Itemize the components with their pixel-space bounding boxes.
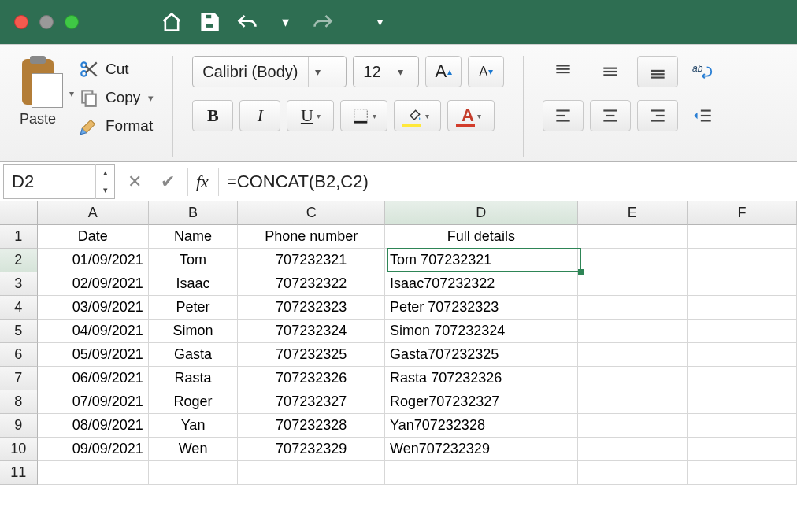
cell[interactable]: [578, 343, 688, 367]
cell[interactable]: Rasta: [149, 367, 238, 390]
cell[interactable]: Gasta707232325: [385, 343, 578, 367]
copy-dropdown[interactable]: ▾: [148, 92, 154, 104]
cell[interactable]: [578, 272, 688, 296]
cell[interactable]: Yan707232328: [385, 414, 578, 438]
undo-button[interactable]: [232, 8, 263, 36]
decrease-indent-button[interactable]: [684, 100, 721, 131]
cell[interactable]: 08/09/2021: [38, 414, 149, 438]
wrap-text-button[interactable]: ab: [684, 56, 721, 87]
cell[interactable]: 707232327: [238, 390, 385, 414]
cell[interactable]: [688, 249, 797, 272]
cell[interactable]: Rasta 707232326: [385, 367, 578, 390]
format-painter-button[interactable]: Format: [79, 116, 154, 136]
cell[interactable]: 07/09/2021: [38, 390, 149, 414]
cell[interactable]: Name: [149, 225, 238, 249]
cell[interactable]: 707232321: [238, 249, 385, 272]
row-header[interactable]: 8: [0, 390, 38, 414]
italic-button[interactable]: I: [239, 100, 280, 131]
customize-toolbar-dropdown[interactable]: ▾: [364, 8, 395, 36]
cell[interactable]: [578, 461, 688, 485]
select-all-corner[interactable]: [0, 201, 38, 225]
cell[interactable]: 09/09/2021: [38, 438, 149, 461]
fill-handle[interactable]: [578, 269, 584, 275]
cell[interactable]: [578, 438, 688, 461]
align-center-button[interactable]: [590, 100, 631, 131]
row-header[interactable]: 11: [0, 461, 38, 485]
cell[interactable]: [688, 461, 797, 485]
cell[interactable]: Tom 707232321: [385, 249, 578, 272]
font-size-dropdown[interactable]: ▾: [391, 57, 410, 87]
align-left-button[interactable]: [543, 100, 584, 131]
col-header-F[interactable]: F: [688, 201, 797, 225]
paste-dropdown[interactable]: ▾: [69, 88, 74, 99]
cell[interactable]: [238, 461, 385, 485]
cell[interactable]: 707232329: [238, 438, 385, 461]
cell[interactable]: Roger707232327: [385, 390, 578, 414]
align-top-button[interactable]: [543, 56, 584, 87]
cell[interactable]: 707232322: [238, 272, 385, 296]
cell[interactable]: Gasta: [149, 343, 238, 367]
cell[interactable]: [578, 296, 688, 320]
row-header[interactable]: 2: [0, 249, 38, 272]
cell[interactable]: [688, 414, 797, 438]
row-header[interactable]: 9: [0, 414, 38, 438]
cell[interactable]: 02/09/2021: [38, 272, 149, 296]
cell[interactable]: Full details: [385, 225, 578, 249]
borders-dropdown[interactable]: ▾: [373, 112, 376, 120]
row-header[interactable]: 7: [0, 367, 38, 390]
cell[interactable]: 06/09/2021: [38, 367, 149, 390]
save-icon[interactable]: [194, 8, 225, 36]
zoom-window-button[interactable]: [65, 15, 79, 29]
increase-font-button[interactable]: A▴: [425, 56, 462, 87]
name-box-spinner[interactable]: ▴▾: [95, 164, 114, 199]
cell[interactable]: Simon: [149, 320, 238, 343]
cell[interactable]: 707232328: [238, 414, 385, 438]
copy-button[interactable]: Copy ▾: [79, 87, 154, 108]
cell[interactable]: Peter: [149, 296, 238, 320]
cell[interactable]: 707232325: [238, 343, 385, 367]
col-header-C[interactable]: C: [238, 201, 385, 225]
cell[interactable]: Roger: [149, 390, 238, 414]
cell[interactable]: Tom: [149, 249, 238, 272]
cell[interactable]: [149, 461, 238, 485]
cell[interactable]: Phone number: [238, 225, 385, 249]
font-color-dropdown[interactable]: ▾: [477, 112, 481, 120]
bold-button[interactable]: B: [192, 100, 233, 131]
underline-button[interactable]: U▾: [287, 100, 334, 131]
minimize-window-button[interactable]: [39, 15, 54, 29]
cell[interactable]: Date: [38, 225, 149, 249]
cell[interactable]: 707232324: [238, 320, 385, 343]
cell[interactable]: Simon 707232324: [385, 320, 578, 343]
cell[interactable]: [688, 272, 797, 296]
cell[interactable]: [578, 367, 688, 390]
borders-button[interactable]: ▾: [340, 100, 387, 131]
align-bottom-button[interactable]: [637, 56, 678, 87]
row-header[interactable]: 3: [0, 272, 38, 296]
cell[interactable]: [578, 414, 688, 438]
redo-button[interactable]: [307, 8, 339, 36]
cell[interactable]: [688, 296, 797, 320]
undo-dropdown[interactable]: ▾: [269, 8, 301, 36]
cell[interactable]: 03/09/2021: [38, 296, 149, 320]
cell[interactable]: [688, 438, 797, 461]
formula-input[interactable]: =CONCAT(B2,C2): [222, 172, 797, 192]
name-box[interactable]: D2 ▴▾: [3, 164, 115, 199]
spreadsheet-grid[interactable]: A B C D E F 1 Date Name Phone number Ful…: [0, 201, 797, 485]
cell[interactable]: Isaac: [149, 272, 238, 296]
cell[interactable]: [578, 249, 688, 272]
col-header-D[interactable]: D: [385, 201, 578, 225]
cell[interactable]: Isaac707232322: [385, 272, 578, 296]
font-color-button[interactable]: A ▾: [447, 100, 495, 131]
cell[interactable]: 05/09/2021: [38, 343, 149, 367]
col-header-E[interactable]: E: [578, 201, 688, 225]
font-name-combo[interactable]: Calibri (Body) ▾: [192, 56, 347, 87]
cell[interactable]: 01/09/2021: [38, 249, 149, 272]
cut-button[interactable]: Cut: [79, 59, 154, 79]
font-size-combo[interactable]: 12 ▾: [353, 56, 419, 87]
align-middle-button[interactable]: [590, 56, 631, 87]
cell[interactable]: [688, 343, 797, 367]
cell[interactable]: Wen707232329: [385, 438, 578, 461]
cell[interactable]: Peter 707232323: [385, 296, 578, 320]
cell[interactable]: [578, 320, 688, 343]
fx-label[interactable]: fx: [191, 172, 215, 192]
